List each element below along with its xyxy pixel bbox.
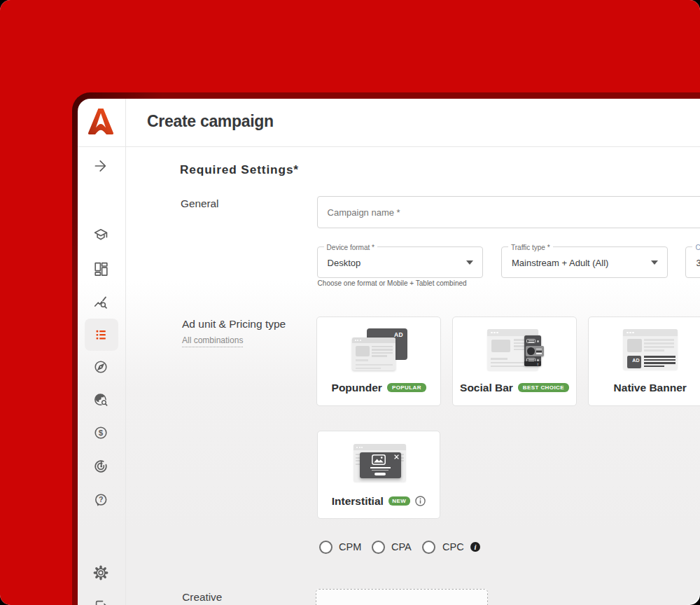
svg-text:i: i bbox=[475, 543, 477, 550]
svg-text:$: $ bbox=[99, 429, 104, 437]
svg-text:?: ? bbox=[99, 495, 103, 503]
